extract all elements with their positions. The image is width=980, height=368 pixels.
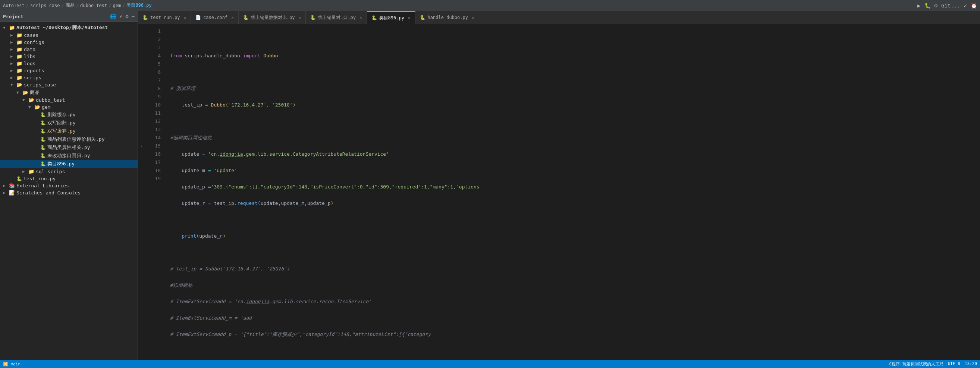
tab-close-button[interactable]: × xyxy=(298,15,301,20)
folder-icon: 📁 xyxy=(16,54,22,59)
python-file-icon: 🐍 xyxy=(40,112,46,117)
breadcrumb-item[interactable]: 商品 xyxy=(66,2,75,9)
python-file-icon: 🐍 xyxy=(40,153,46,158)
tab-file-icon: 🐍 xyxy=(371,15,377,21)
sidebar-item-scratches[interactable]: ▶ 📝 Scratches and Consoles xyxy=(0,189,138,196)
breadcrumb-item[interactable]: dubbo_test xyxy=(80,3,107,8)
arrow-icon: ▶ xyxy=(3,183,8,188)
sidebar-item-cases[interactable]: ▶ 📁 cases xyxy=(0,32,138,39)
sidebar-item-dual-write-discard[interactable]: ▶ 🐍 双写废弃.py xyxy=(0,127,138,135)
tab-close-button[interactable]: × xyxy=(183,15,186,20)
debug-icon[interactable]: 🐛 xyxy=(924,3,931,9)
code-container[interactable]: ▸ 1 2 3 4 5 6 7 8 9 10 11 12 13 xyxy=(138,24,980,360)
file-label: 类目896.py xyxy=(47,160,75,167)
gear-icon[interactable]: ⚙ xyxy=(125,13,128,19)
code-gutter: ▸ xyxy=(138,24,145,360)
tab-close-button[interactable]: × xyxy=(472,15,474,20)
tab-test-run[interactable]: 🐍 test_run.py × xyxy=(138,11,191,24)
code-line-5: test_ip = Dubbo('172.16.4.27', '25018') xyxy=(170,101,980,109)
tab-close-button[interactable]: × xyxy=(408,16,410,21)
folder-icon: 📁 xyxy=(16,61,22,66)
python-file-icon: 🐍 xyxy=(40,145,46,150)
tab-online-sales-compare3[interactable]: 🐍 线上销量对比3.py × xyxy=(306,11,367,24)
tab-handle-dubbo[interactable]: 🐍 handle_dubbo.py × xyxy=(415,11,479,24)
tab-label: case.conf xyxy=(203,15,228,20)
check-icon[interactable]: ✓ xyxy=(964,3,967,9)
folder-icon: 📂 xyxy=(28,97,34,103)
breadcrumb-active-item[interactable]: 类目896.py xyxy=(126,2,151,9)
sidebar-root[interactable]: ▼ 📁 AutoTest ~/Desktop/脚本/AutoTest xyxy=(0,24,138,32)
sidebar-item-scrips[interactable]: ▶ 📁 scrips xyxy=(0,74,138,81)
sidebar-item-item-list-eval[interactable]: ▶ 🐍 商品列表信息评价相关.py xyxy=(0,135,138,143)
folder-label: data xyxy=(24,46,35,52)
settings-icon[interactable]: ⚙ xyxy=(934,3,937,9)
folder-label: cases xyxy=(24,32,38,38)
sidebar-item-data[interactable]: ▶ 📁 data xyxy=(0,46,138,53)
status-bar: 🔀 main C程序:玩逻辑测试我的人工只 UTF-8 13:20 xyxy=(0,360,980,368)
status-encoding: UTF-8 xyxy=(948,361,960,367)
scratches-icon: 📝 xyxy=(9,190,15,195)
run-icon[interactable]: ▶ xyxy=(917,3,920,9)
sidebar-item-reports[interactable]: ▶ 📁 reports xyxy=(0,67,138,74)
arrow-icon: ▼ xyxy=(16,90,21,95)
sidebar-item-lei-mu-896[interactable]: ▶ 🐍 类目896.py xyxy=(0,160,138,168)
code-line-12 xyxy=(170,216,980,224)
tab-case-conf[interactable]: 📄 case.conf × xyxy=(191,11,239,24)
code-line-14 xyxy=(170,248,980,257)
sidebar-item-del-cache[interactable]: ▶ 🐍 删除缓存.py xyxy=(0,111,138,119)
status-message: C程序:玩逻辑测试我的人工只 xyxy=(889,361,943,367)
tab-online-sales-compare[interactable]: 🐍 线上销量数据对比.py × xyxy=(239,11,306,24)
tab-close-button[interactable]: × xyxy=(360,15,362,20)
sidebar-item-configs[interactable]: ▶ 📁 configs xyxy=(0,39,138,46)
breadcrumb-item[interactable]: gem xyxy=(113,3,121,8)
sidebar-item-unmod-api[interactable]: ▶ 🐍 未改动接口回归.py xyxy=(0,152,138,160)
code-editor[interactable]: from scrips.handle_dubbo import Dubbo # … xyxy=(164,24,980,360)
folder-icon: 📁 xyxy=(16,68,22,73)
sidebar-item-gem[interactable]: ▼ 📂 gem xyxy=(0,103,138,111)
arrow-icon: ▼ xyxy=(3,25,8,30)
code-line-18: # ItemExtServiceadd_m = 'add' xyxy=(170,314,980,322)
tab-close-button[interactable]: × xyxy=(231,15,234,20)
tab-label: 类目896.py xyxy=(379,15,404,21)
sidebar-item-libs[interactable]: ▶ 📁 libs xyxy=(0,53,138,60)
arrow-icon: ▶ xyxy=(10,40,15,45)
folder-label: logs xyxy=(24,61,35,66)
breadcrumb-item[interactable]: AutoTest xyxy=(3,3,25,8)
minimize-icon[interactable]: − xyxy=(132,13,135,19)
code-line-2: from scrips.handle_dubbo import Dubbo xyxy=(170,52,980,60)
sidebar-item-shangpin[interactable]: ▼ 📂 商品 xyxy=(0,88,138,97)
globe-icon[interactable]: 🌐 xyxy=(110,13,116,19)
sidebar-item-logs[interactable]: ▶ 📁 logs xyxy=(0,60,138,67)
folder-label: reports xyxy=(24,68,45,73)
status-left: 🔀 main xyxy=(3,362,21,366)
python-file-icon: 🐍 xyxy=(40,128,46,134)
sidebar-item-dubbo-test[interactable]: ▼ 📂 dubbo_test xyxy=(0,97,138,103)
sidebar-item-ext-libs[interactable]: ▶ 📚 External Libraries xyxy=(0,182,138,189)
sidebar-item-test-run[interactable]: ▶ 🐍 test_run.py xyxy=(0,175,138,182)
arrow-icon: ▶ xyxy=(10,68,15,73)
status-right: C程序:玩逻辑测试我的人工只 UTF-8 13:20 xyxy=(889,361,977,367)
clock-icon[interactable]: ⏰ xyxy=(970,3,977,9)
tab-lei-mu-896[interactable]: 🐍 类目896.py × xyxy=(367,11,415,24)
arrow-icon: ▶ xyxy=(10,54,15,59)
folder-icon: 📂 xyxy=(16,82,22,87)
sidebar-header: Project 🌐 ⚡ ⚙ − xyxy=(0,11,138,22)
folder-label: dubbo_test xyxy=(36,97,65,103)
fold-icon[interactable]: ▸ xyxy=(138,142,145,150)
sidebar-item-item-attr[interactable]: ▶ 🐍 商品类属性相关.py xyxy=(0,143,138,152)
folder-icon: 📁 xyxy=(16,32,22,38)
sidebar-item-dual-write-return[interactable]: ▶ 🐍 双写回归.py xyxy=(0,119,138,127)
breadcrumb-item[interactable]: scrips_case xyxy=(30,3,60,8)
tab-file-icon: 📄 xyxy=(196,15,201,20)
status-line-col: 13:20 xyxy=(965,361,977,367)
lightning-icon[interactable]: ⚡ xyxy=(119,13,123,19)
folder-label: configs xyxy=(24,40,45,45)
folder-label: External Libraries xyxy=(16,183,69,189)
sidebar-item-scrips-case[interactable]: ▼ 📂 scrips_case xyxy=(0,81,138,88)
tab-file-icon: 🐍 xyxy=(310,15,316,20)
folder-label: scrips_case xyxy=(24,82,56,87)
git-icon[interactable]: Git... xyxy=(941,3,960,9)
sidebar-item-sql-scrips[interactable]: ▶ 📁 sql_scrips xyxy=(0,168,138,175)
python-file-icon: 🐍 xyxy=(16,176,22,181)
code-line-16: #添加商品 xyxy=(170,281,980,289)
